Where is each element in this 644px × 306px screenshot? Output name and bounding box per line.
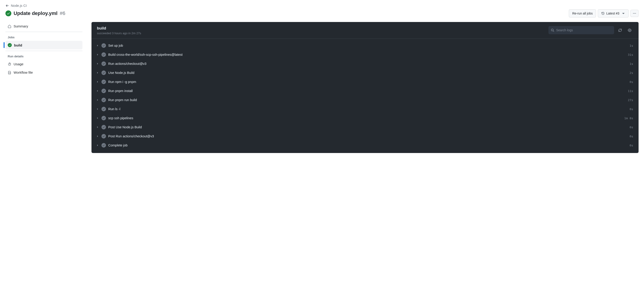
check-circle-icon (102, 71, 106, 75)
log-panel: build succeeded 3 hours ago in 2m 27s (92, 22, 638, 153)
chevron-right-icon (96, 54, 99, 56)
step-row[interactable]: Run npm i -g pnpm0s (92, 77, 638, 86)
step-label: Post Use Node.js Build (108, 125, 627, 129)
chevron-right-icon (96, 117, 99, 119)
search-logs-field[interactable] (548, 26, 614, 34)
run-number: #6 (60, 11, 65, 16)
history-icon (601, 12, 605, 15)
check-circle-icon (102, 62, 106, 66)
step-label: Run actions/checkout@v3 (108, 62, 627, 66)
chevron-right-icon (96, 72, 99, 74)
latest-label: Latest #3 (606, 11, 619, 16)
check-circle-icon (102, 98, 106, 102)
chevron-right-icon (96, 135, 99, 137)
refresh-button[interactable] (616, 27, 624, 34)
divider (6, 51, 82, 51)
step-row[interactable]: Run actions/checkout@v31s (92, 59, 638, 68)
job-name: build (97, 26, 141, 31)
step-row[interactable]: Set up job1s (92, 41, 638, 50)
run-details-heading: Run details (6, 52, 82, 60)
check-circle-icon (102, 125, 106, 129)
step-duration: 1s (630, 44, 633, 47)
chevron-right-icon (96, 126, 99, 128)
step-duration: 0s (630, 126, 633, 129)
sidebar-job-build[interactable]: build (6, 41, 82, 49)
rerun-label: Re-run all jobs (572, 11, 592, 16)
step-duration: 27s (628, 98, 633, 102)
sync-icon (618, 28, 622, 32)
kebab-icon (633, 12, 636, 15)
settings-button[interactable] (626, 27, 633, 34)
step-duration: 2s (630, 71, 633, 75)
check-circle-icon (102, 143, 106, 148)
file-code-icon (8, 71, 11, 74)
step-duration: 0s (630, 80, 633, 84)
check-circle-icon (102, 89, 106, 93)
check-circle-icon (102, 52, 106, 57)
run-title: Update deploy.yml #6 (14, 11, 66, 16)
back-link[interactable]: Node.js CI (6, 4, 27, 8)
step-label: Run pnpm install (108, 89, 626, 93)
search-icon (551, 28, 554, 32)
step-row[interactable]: Post Run actions/checkout@v30s (92, 132, 638, 141)
step-label: Run pnpm run build (108, 98, 626, 102)
step-duration: 1s (630, 62, 633, 66)
caret-down-icon (622, 12, 625, 15)
run-status-icon (6, 11, 11, 16)
step-row[interactable]: Post Use Node.js Build0s (92, 123, 638, 132)
step-label: Run npm i -g pnpm (108, 80, 627, 84)
rerun-all-jobs-button[interactable]: Re-run all jobs (569, 9, 596, 18)
step-duration: 1m 8s (624, 117, 633, 120)
search-logs-input[interactable] (554, 28, 612, 32)
step-label: Set up job (108, 44, 627, 47)
step-row[interactable]: Run pnpm run build27s (92, 95, 638, 105)
sidebar-summary-label: Summary (14, 24, 28, 28)
check-circle-icon (102, 116, 106, 120)
step-label: Complete job (108, 143, 627, 147)
step-row[interactable]: Run ls -l0s (92, 105, 638, 114)
sidebar-summary[interactable]: Summary (6, 22, 82, 30)
chevron-right-icon (96, 81, 99, 83)
home-icon (8, 25, 11, 28)
step-row[interactable]: scp ssh pipelines1m 8s (92, 114, 638, 123)
step-duration: 0s (630, 144, 633, 147)
check-circle-icon (102, 134, 106, 139)
back-link-label: Node.js CI (11, 4, 27, 8)
step-label: Use Node.js Build (108, 71, 627, 75)
latest-attempt-dropdown[interactable]: Latest #3 (598, 9, 628, 18)
step-row[interactable]: Run pnpm install11s (92, 86, 638, 95)
step-row[interactable]: Complete job0s (92, 141, 638, 150)
arrow-left-icon (6, 4, 9, 8)
chevron-right-icon (96, 63, 99, 65)
step-duration: 0s (630, 107, 633, 111)
job-substatus: succeeded 3 hours ago in 2m 27s (97, 32, 141, 35)
jobs-heading: Jobs (6, 33, 82, 41)
sidebar-usage[interactable]: Usage (6, 60, 82, 68)
step-duration: 31s (628, 53, 633, 57)
check-circle-icon (102, 80, 106, 84)
step-label: Post Run actions/checkout@v3 (108, 134, 627, 138)
step-row[interactable]: Build cross-the-world/ssh-scp-ssh-pipeli… (92, 50, 638, 59)
step-label: scp ssh pipelines (108, 116, 622, 120)
step-duration: 11s (628, 89, 633, 93)
chevron-right-icon (96, 90, 99, 92)
stopwatch-icon (8, 62, 11, 66)
step-row[interactable]: Use Node.js Build2s (92, 68, 638, 77)
sidebar-job-label: build (14, 43, 22, 47)
sidebar-usage-label: Usage (14, 62, 23, 66)
svg-point-4 (552, 29, 554, 31)
sidebar-workflow-label: Workflow file (14, 71, 33, 74)
step-label: Build cross-the-world/ssh-scp-ssh-pipeli… (108, 53, 626, 57)
check-circle-icon (102, 107, 106, 111)
svg-point-0 (633, 13, 634, 14)
chevron-right-icon (96, 108, 99, 110)
kebab-menu-button[interactable] (630, 10, 638, 17)
sidebar-workflow-file[interactable]: Workflow file (6, 68, 82, 77)
svg-point-1 (634, 13, 635, 14)
check-circle-icon (102, 43, 106, 48)
sidebar: Summary Jobs build Run details Usage Wor… (6, 22, 92, 77)
step-duration: 0s (630, 135, 633, 138)
svg-point-2 (636, 13, 636, 14)
check-circle-icon (8, 43, 12, 47)
svg-point-5 (629, 30, 630, 31)
